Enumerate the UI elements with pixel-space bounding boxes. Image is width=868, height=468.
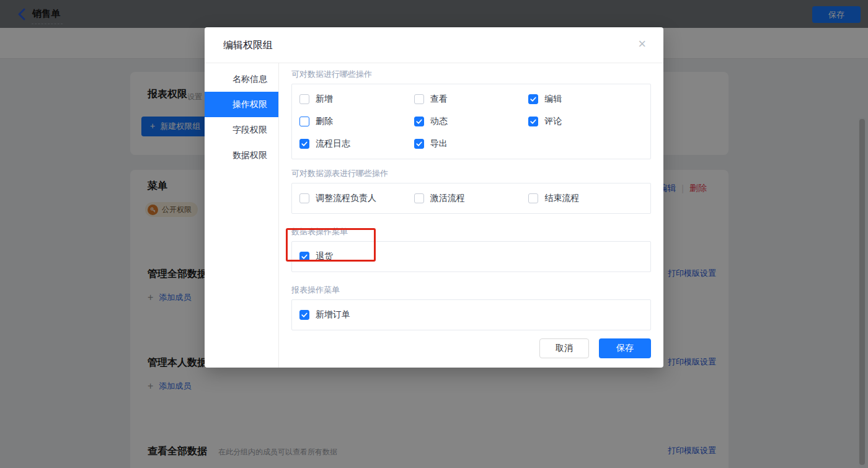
checkbox-label: 结束流程 bbox=[544, 193, 579, 204]
modal-section: 报表操作菜单新增订单 bbox=[291, 285, 651, 330]
modal-section: 可对数据进行哪些操作新增查看编辑删除动态评论流程日志导出 bbox=[291, 69, 651, 159]
checkbox-item[interactable]: 新增 bbox=[299, 88, 414, 110]
app-window: 销售单 保存 × 报表权限 设置 +新建权限组 菜单 公开权限 编辑 | 删除 bbox=[0, 0, 868, 468]
checkbox-label: 流程日志 bbox=[316, 138, 350, 149]
checkbox-label: 删除 bbox=[316, 116, 333, 127]
checkbox-icon[interactable] bbox=[528, 117, 538, 126]
modal-section-list: 可对数据进行哪些操作新增查看编辑删除动态评论流程日志导出可对数据源表进行哪些操作… bbox=[279, 63, 663, 368]
modal-section: 可对数据源表进行哪些操作调整流程负责人激活流程结束流程 bbox=[291, 168, 651, 214]
edit-permission-group-modal: 编辑权限组 × 名称信息操作权限字段权限数据权限 可对数据进行哪些操作新增查看编… bbox=[205, 27, 663, 368]
checkbox-icon[interactable] bbox=[299, 310, 309, 320]
checkbox-label: 激活流程 bbox=[430, 193, 465, 204]
checkbox-item[interactable]: 调整流程负责人 bbox=[299, 187, 414, 210]
section-label: 可对数据源表进行哪些操作 bbox=[291, 168, 651, 179]
checkbox-item[interactable]: 激活流程 bbox=[414, 187, 529, 210]
modal-tab[interactable]: 操作权限 bbox=[205, 92, 278, 117]
checkbox-group: 新增订单 bbox=[291, 299, 651, 330]
checkbox-item[interactable]: 导出 bbox=[414, 133, 529, 155]
checkbox-group: 调整流程负责人激活流程结束流程 bbox=[291, 183, 651, 214]
checkbox-label: 动态 bbox=[430, 116, 448, 127]
checkbox-group: 退货 bbox=[291, 241, 651, 272]
modal-section: 数据表操作菜单退货 bbox=[291, 226, 651, 272]
checkbox-label: 退货 bbox=[316, 251, 333, 262]
checkbox-item[interactable]: 编辑 bbox=[528, 88, 643, 110]
checkbox-label: 调整流程负责人 bbox=[316, 193, 376, 204]
checkbox-icon[interactable] bbox=[414, 139, 424, 149]
checkbox-icon[interactable] bbox=[414, 193, 424, 203]
checkbox-group: 新增查看编辑删除动态评论流程日志导出 bbox=[291, 84, 651, 159]
checkbox-label: 评论 bbox=[544, 116, 562, 127]
checkbox-icon[interactable] bbox=[414, 94, 424, 104]
checkbox-item[interactable]: 评论 bbox=[528, 110, 643, 133]
checkbox-item[interactable]: 结束流程 bbox=[528, 187, 643, 210]
modal-title: 编辑权限组 bbox=[223, 27, 273, 63]
checkbox-label: 新增订单 bbox=[316, 309, 350, 320]
checkbox-icon[interactable] bbox=[528, 193, 538, 203]
modal-tab-list: 名称信息操作权限字段权限数据权限 bbox=[205, 63, 279, 368]
checkbox-item[interactable]: 流程日志 bbox=[299, 133, 414, 155]
section-label: 数据表操作菜单 bbox=[291, 226, 651, 237]
checkbox-item[interactable]: 动态 bbox=[414, 110, 529, 133]
save-button[interactable]: 保存 bbox=[599, 338, 651, 358]
section-label: 报表操作菜单 bbox=[291, 285, 651, 296]
checkbox-icon[interactable] bbox=[299, 193, 309, 203]
modal-close-icon[interactable]: × bbox=[638, 37, 646, 51]
checkbox-icon[interactable] bbox=[299, 139, 309, 149]
cancel-button[interactable]: 取消 bbox=[539, 338, 589, 358]
checkbox-item[interactable]: 删除 bbox=[299, 110, 414, 133]
checkbox-label: 导出 bbox=[430, 138, 448, 149]
checkbox-icon[interactable] bbox=[299, 252, 309, 262]
modal-header: 编辑权限组 × bbox=[205, 27, 663, 63]
checkbox-item[interactable]: 查看 bbox=[414, 88, 529, 110]
checkbox-icon[interactable] bbox=[414, 117, 424, 126]
modal-tab[interactable]: 数据权限 bbox=[205, 143, 278, 168]
checkbox-label: 查看 bbox=[430, 94, 448, 105]
section-label: 可对数据进行哪些操作 bbox=[291, 69, 651, 80]
checkbox-item[interactable]: 退货 bbox=[299, 245, 414, 268]
checkbox-label: 新增 bbox=[316, 94, 333, 105]
checkbox-item[interactable]: 新增订单 bbox=[299, 304, 414, 326]
modal-footer: 取消 保存 bbox=[539, 338, 651, 358]
modal-tab[interactable]: 名称信息 bbox=[205, 66, 278, 92]
modal-tab[interactable]: 字段权限 bbox=[205, 117, 278, 143]
checkbox-icon[interactable] bbox=[528, 94, 538, 104]
checkbox-label: 编辑 bbox=[544, 94, 562, 105]
checkbox-icon[interactable] bbox=[299, 117, 309, 126]
checkbox-icon[interactable] bbox=[299, 94, 309, 104]
